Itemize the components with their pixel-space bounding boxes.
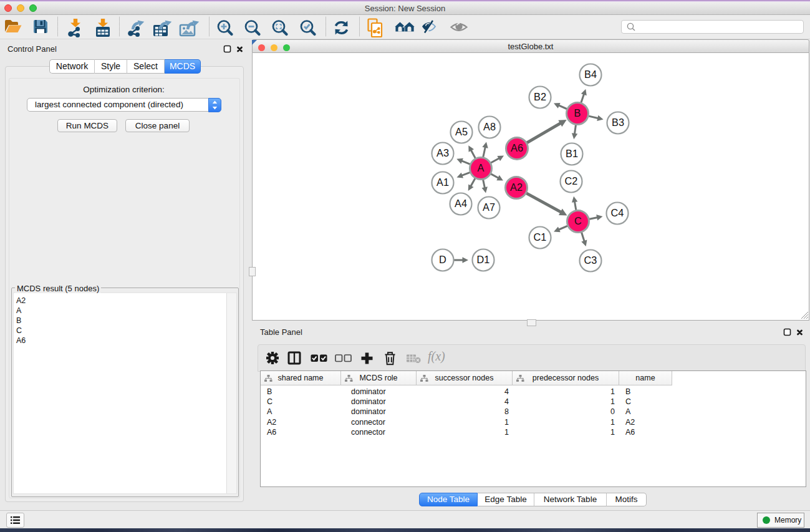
svg-text:B1: B1 xyxy=(566,148,578,159)
svg-text:B4: B4 xyxy=(584,69,597,80)
svg-text:B: B xyxy=(574,107,581,118)
svg-text:C2: C2 xyxy=(565,175,578,186)
svg-text:C: C xyxy=(574,215,582,226)
svg-text:C1: C1 xyxy=(534,231,547,243)
svg-text:A2: A2 xyxy=(510,181,523,193)
svg-text:A8: A8 xyxy=(483,121,496,132)
svg-text:A3: A3 xyxy=(436,147,449,158)
svg-text:A: A xyxy=(478,162,485,173)
svg-text:B2: B2 xyxy=(534,91,546,102)
svg-text:D1: D1 xyxy=(477,254,490,265)
svg-text:A7: A7 xyxy=(483,201,495,213)
svg-text:A1: A1 xyxy=(436,177,449,188)
svg-text:C4: C4 xyxy=(611,207,624,218)
svg-text:D: D xyxy=(439,254,446,265)
svg-text:A4: A4 xyxy=(455,198,467,209)
svg-text:B3: B3 xyxy=(612,117,624,128)
svg-text:C3: C3 xyxy=(584,254,597,266)
svg-text:A5: A5 xyxy=(455,126,468,137)
svg-text:A6: A6 xyxy=(511,142,523,153)
